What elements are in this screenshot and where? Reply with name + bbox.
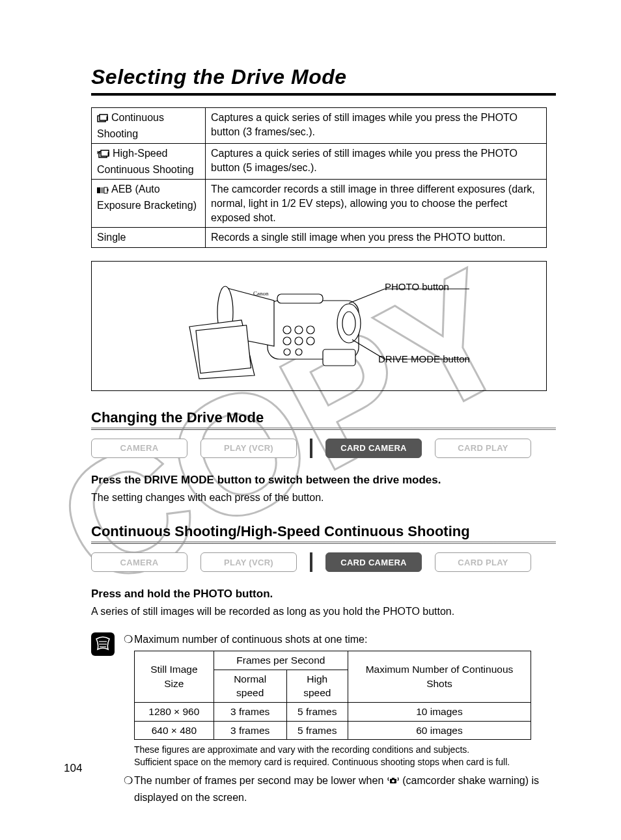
svg-point-16 — [295, 326, 303, 334]
mode-label: Single — [92, 228, 206, 248]
svg-rect-31 — [323, 349, 355, 366]
svg-text:Canon: Canon — [253, 290, 269, 297]
mode-desc: Captures a quick series of still images … — [206, 108, 547, 144]
svg-point-26 — [342, 312, 355, 335]
svg-point-21 — [284, 349, 290, 355]
cell-size: 640 × 480 — [135, 721, 214, 740]
cell-high: 5 frames — [286, 702, 348, 721]
svg-rect-2 — [100, 115, 107, 120]
bullet-marker: ❍ — [124, 774, 134, 805]
step-description: A series of still images will be recorde… — [91, 604, 556, 619]
play-vcr-mode-button: PLAY (VCR) — [200, 439, 297, 458]
page-number: 104 — [64, 762, 82, 775]
play-vcr-mode-button: PLAY (VCR) — [200, 552, 297, 572]
svg-point-22 — [296, 349, 302, 355]
mode-label: High-Speed Continuous Shooting — [97, 148, 194, 175]
high-speed-continuous-icon: H — [97, 148, 110, 163]
title-rule — [91, 93, 556, 96]
svg-rect-37 — [392, 778, 394, 779]
svg-line-27 — [349, 289, 385, 303]
card-play-mode-button: CARD PLAY — [435, 439, 531, 458]
photo-button-callout: PHOTO button — [385, 281, 449, 292]
mode-label: AEB (Auto Exposure Bracketing) — [97, 183, 197, 211]
svg-rect-11 — [107, 189, 109, 191]
th-high: High speed — [286, 670, 348, 702]
table-row: Continuous Shooting Captures a quick ser… — [92, 108, 547, 144]
continuous-shooting-icon — [97, 113, 109, 127]
cell-max: 10 images — [348, 702, 531, 721]
cell-high: 5 frames — [286, 721, 348, 740]
svg-point-20 — [307, 337, 314, 345]
step-instruction: Press the DRIVE MODE button to switch be… — [91, 474, 556, 487]
camera-mode-button: CAMERA — [91, 439, 187, 458]
footnote: These figures are approximate and vary w… — [134, 744, 556, 756]
svg-rect-3 — [107, 116, 109, 120]
aeb-icon — [97, 184, 109, 198]
svg-rect-14 — [196, 325, 251, 373]
mode-divider — [310, 552, 312, 572]
cell-normal: 3 frames — [214, 721, 286, 740]
table-row: 1280 × 960 3 frames 5 frames 10 images — [135, 702, 531, 721]
note-text: Maximum number of continuous shots at on… — [134, 632, 367, 647]
step-description: The setting changes with each press of t… — [91, 491, 556, 505]
card-play-mode-button: CARD PLAY — [435, 552, 531, 572]
bullet-marker: ❍ — [124, 632, 134, 647]
table-row: AEB (Auto Exposure Bracketing) The camco… — [92, 180, 547, 228]
svg-point-17 — [307, 326, 314, 334]
th-max: Maximum Number of Continuous Shots — [348, 651, 531, 702]
camera-diagram: Canon PHOTO button DRIVE MODE button — [91, 261, 547, 391]
th-normal: Normal speed — [214, 670, 286, 702]
drive-mode-button-callout: DRIVE MODE button — [378, 353, 470, 364]
footnote: Sufficient space on the memory card is r… — [134, 756, 556, 768]
changing-drive-mode-heading: Changing the Drive Mode — [91, 409, 556, 428]
svg-rect-10 — [104, 187, 107, 193]
table-row: H High-Speed Continuous Shooting Capture… — [92, 144, 547, 180]
cell-size: 1280 × 960 — [135, 702, 214, 721]
continuous-shooting-heading: Continuous Shooting/High-Speed Continuou… — [91, 523, 556, 542]
step-instruction: Press and hold the PHOTO button. — [91, 588, 556, 601]
card-camera-mode-button: CARD CAMERA — [325, 552, 422, 572]
continuous-shots-table: Still Image Size Frames per Second Maxim… — [134, 651, 531, 740]
mode-selector-row-2: CAMERA PLAY (VCR) CARD CAMERA CARD PLAY — [91, 552, 556, 572]
cell-normal: 3 frames — [214, 702, 286, 721]
card-camera-mode-button: CARD CAMERA — [325, 439, 422, 458]
mode-desc: Records a single still image when you pr… — [206, 228, 547, 248]
svg-point-18 — [283, 337, 291, 345]
note-icon — [91, 632, 115, 656]
page-title: Selecting the Drive Mode — [91, 65, 556, 89]
table-row: Single Records a single still image when… — [92, 228, 547, 248]
cell-max: 60 images — [348, 721, 531, 740]
mode-divider — [310, 439, 312, 458]
camera-mode-button: CAMERA — [91, 552, 187, 572]
th-fps: Frames per Second — [214, 651, 348, 670]
svg-rect-23 — [277, 294, 323, 303]
mode-desc: Captures a quick series of still images … — [206, 144, 547, 180]
svg-rect-6 — [101, 150, 109, 156]
th-size: Still Image Size — [135, 651, 214, 702]
drive-mode-table: Continuous Shooting Captures a quick ser… — [91, 107, 547, 248]
table-row: 640 × 480 3 frames 5 frames 60 images — [135, 721, 531, 740]
camcorder-shake-warning-icon — [387, 776, 400, 790]
svg-rect-8 — [97, 187, 100, 193]
svg-rect-9 — [101, 187, 104, 193]
mode-selector-row-1: CAMERA PLAY (VCR) CARD CAMERA CARD PLAY — [91, 439, 556, 458]
svg-point-36 — [392, 780, 394, 783]
note-text: The number of frames per second may be l… — [134, 774, 556, 805]
mode-desc: The camcorder records a still image in t… — [206, 180, 547, 228]
svg-rect-7 — [108, 152, 110, 156]
svg-point-15 — [283, 326, 291, 334]
svg-point-19 — [295, 337, 303, 345]
